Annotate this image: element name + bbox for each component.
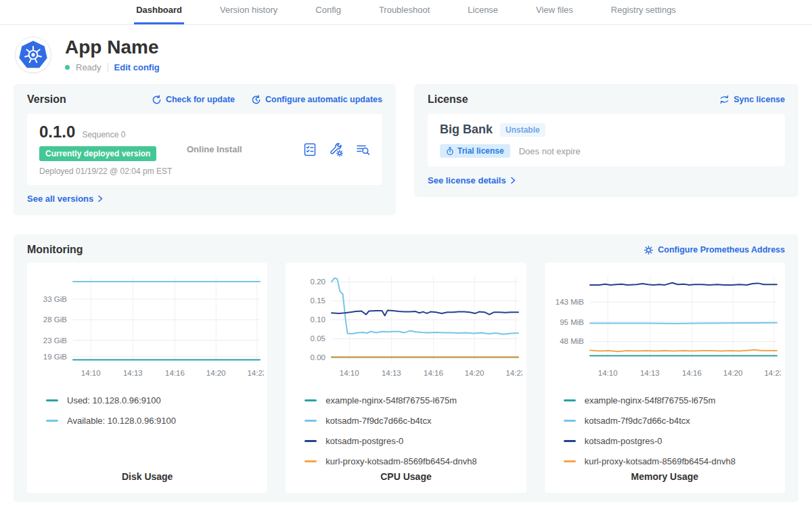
configure-prometheus-link[interactable]: Configure Prometheus Address — [644, 245, 785, 255]
legend-label: kotsadm-postgres-0 — [325, 436, 403, 446]
license-card: License Sync license Big Bank Unstable — [414, 84, 798, 197]
tab-version-history[interactable]: Version history — [218, 2, 279, 24]
chart-legend: Used: 10.128.0.96:9100Available: 10.128.… — [28, 385, 266, 467]
svg-text:14:23: 14:23 — [505, 369, 522, 377]
view-logs-icon — [355, 142, 370, 157]
gear-icon — [644, 245, 654, 255]
legend-color-dash — [304, 460, 317, 462]
channel-badge: Unstable — [500, 123, 545, 137]
legend-color-dash — [564, 399, 576, 401]
page-title: App Name — [65, 37, 160, 58]
tab-troubleshoot[interactable]: Troubleshoot — [377, 2, 432, 24]
svg-text:14:16: 14:16 — [682, 369, 702, 377]
svg-text:14:10: 14:10 — [340, 369, 359, 377]
tab-view-files[interactable]: View files — [534, 2, 575, 24]
install-type-label: Online Install — [187, 144, 302, 154]
svg-text:0.00: 0.00 — [311, 353, 325, 361]
legend-color-dash — [564, 460, 576, 462]
deployed-timestamp: Deployed 01/19/22 @ 02:04 pm EST — [39, 167, 187, 176]
legend-item: kotsadm-7f9dc7d66c-b4tcx — [304, 416, 507, 426]
preflight-checks-button[interactable] — [302, 142, 317, 157]
edit-config-link[interactable]: Edit config — [114, 62, 160, 72]
svg-text:14:20: 14:20 — [723, 369, 743, 377]
legend-item: kotsadm-postgres-0 — [564, 436, 766, 446]
legend-color-dash — [564, 420, 576, 422]
sync-icon — [719, 95, 729, 104]
svg-text:14:20: 14:20 — [465, 369, 484, 377]
legend-label: kurl-proxy-kotsadm-8569fb6454-dnvh8 — [325, 456, 476, 466]
legend-label: Used: 10.128.0.96:9100 — [67, 395, 161, 405]
kubernetes-icon — [18, 40, 48, 70]
main-content: Version Check for update Configure au — [0, 84, 812, 502]
stopwatch-icon — [446, 147, 454, 156]
legend-color-dash — [564, 440, 576, 442]
chart-plot-disk-usage: 33 GiB28 GiB23 GiB19 GiB14:1014:1314:161… — [31, 269, 264, 385]
monitoring-section: Monitoring Configure Prometheus Address … — [14, 234, 798, 502]
svg-text:0.10: 0.10 — [311, 315, 325, 324]
legend-label: example-nginx-54f8f76755-l675m — [585, 395, 716, 405]
license-expiry-text: Does not expire — [519, 146, 581, 156]
svg-text:48 MiB: 48 MiB — [560, 337, 585, 345]
chart-title: Memory Usage — [546, 467, 784, 493]
tab-config[interactable]: Config — [313, 2, 343, 24]
legend-item: example-nginx-54f8f76755-l675m — [304, 395, 507, 405]
charts-row: 33 GiB28 GiB23 GiB19 GiB14:1014:1314:161… — [27, 263, 785, 493]
svg-text:14:23: 14:23 — [765, 369, 782, 377]
legend-item: kurl-proxy-kotsadm-8569fb6454-dnvh8 — [304, 456, 507, 466]
legend-label: kotsadm-postgres-0 — [585, 436, 662, 446]
chart-card-memory-usage: 143 MiB95 MiB48 MiB14:1014:1314:1614:201… — [545, 263, 785, 493]
svg-text:14:16: 14:16 — [424, 369, 443, 377]
chevron-right-icon — [97, 195, 104, 202]
see-license-details-link[interactable]: See license details — [428, 175, 516, 185]
legend-color-dash — [304, 440, 317, 442]
svg-text:14:10: 14:10 — [81, 369, 100, 377]
configure-automatic-updates-link[interactable]: Configure automatic updates — [251, 95, 382, 105]
legend-item: Used: 10.128.0.96:9100 — [46, 395, 248, 405]
svg-text:23 GiB: 23 GiB — [43, 336, 66, 345]
check-for-update-link[interactable]: Check for update — [152, 95, 235, 105]
chart-legend: example-nginx-54f8f76755-l675mkotsadm-7f… — [546, 385, 784, 467]
chart-legend: example-nginx-54f8f76755-l675mkotsadm-7f… — [287, 385, 524, 467]
license-customer-name: Big Bank — [440, 123, 493, 137]
monitoring-title: Monitoring — [27, 244, 83, 256]
svg-text:33 GiB: 33 GiB — [43, 295, 66, 303]
chart-plot-memory-usage: 143 MiB95 MiB48 MiB14:1014:1314:1614:201… — [548, 269, 781, 385]
legend-color-dash — [46, 399, 58, 401]
svg-text:19 GiB: 19 GiB — [43, 353, 66, 361]
legend-item: kotsadm-postgres-0 — [304, 436, 507, 446]
top-nav: DashboardVersion historyConfigTroublesho… — [0, 0, 812, 25]
svg-text:143 MiB: 143 MiB — [556, 298, 585, 306]
svg-text:14:23: 14:23 — [247, 369, 264, 377]
legend-label: kotsadm-7f9dc7d66c-b4tcx — [325, 416, 431, 426]
svg-text:0.20: 0.20 — [311, 278, 325, 286]
tab-registry-settings[interactable]: Registry settings — [609, 2, 678, 24]
status-text: Ready — [76, 62, 102, 72]
deploy-logs-button[interactable] — [355, 142, 370, 157]
config-values-button[interactable] — [329, 142, 344, 157]
legend-color-dash — [46, 420, 58, 422]
legend-item: kurl-proxy-kotsadm-8569fb6454-dnvh8 — [564, 456, 766, 466]
tab-license[interactable]: License — [466, 2, 500, 24]
svg-text:14:20: 14:20 — [206, 369, 225, 377]
legend-item: kotsadm-7f9dc7d66c-b4tcx — [564, 416, 766, 426]
chart-title: CPU Usage — [287, 467, 524, 493]
preflight-checklist-icon — [302, 142, 317, 157]
svg-text:0.05: 0.05 — [311, 334, 325, 343]
chevron-right-icon — [510, 177, 516, 184]
tab-dashboard[interactable]: Dashboard — [134, 2, 184, 24]
legend-item: Available: 10.128.0.96:9100 — [46, 416, 248, 426]
legend-item: example-nginx-54f8f76755-l675m — [564, 395, 766, 405]
license-card-title: License — [428, 93, 468, 106]
svg-text:14:10: 14:10 — [598, 369, 618, 377]
divider — [108, 63, 108, 72]
clock-refresh-icon — [251, 95, 261, 105]
version-card-title: Version — [27, 93, 66, 106]
deployed-badge: Currently deployed version — [39, 146, 156, 161]
legend-label: kurl-proxy-kotsadm-8569fb6454-dnvh8 — [585, 456, 736, 466]
svg-text:14:13: 14:13 — [640, 369, 660, 377]
refresh-icon — [152, 95, 162, 105]
sync-license-link[interactable]: Sync license — [719, 95, 785, 104]
svg-text:95 MiB: 95 MiB — [560, 318, 585, 326]
see-all-versions-link[interactable]: See all versions — [27, 194, 104, 204]
version-number: 0.1.0 — [39, 123, 75, 141]
